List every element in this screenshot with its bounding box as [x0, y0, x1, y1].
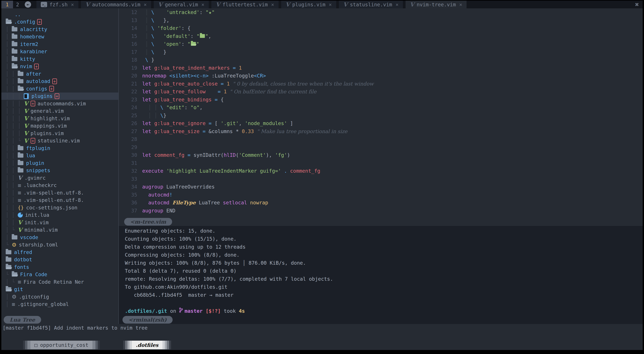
tree-row[interactable]: .. [1, 11, 118, 18]
gutter-line-number: 30 [119, 151, 142, 159]
tab-close-icon[interactable]: × [459, 2, 462, 7]
tree-row[interactable]: │ │ init.lua [1, 211, 118, 219]
tree-row[interactable]: │ │ ≡.vim-spell-en.utf-8. [1, 197, 118, 204]
terminal-line: cb68b54..f1bd4f5 master → master [125, 291, 643, 299]
tree-row[interactable]: │ └ ≡Fira Code Retina Ner [1, 278, 118, 286]
tab-close-icon[interactable]: × [271, 2, 274, 7]
tree-row[interactable]: │ │ plugin [1, 159, 118, 167]
tab-close-icon[interactable]: × [201, 2, 204, 7]
tree-row[interactable]: │ │ │ V+autocommands.vim [1, 100, 118, 107]
tree-row[interactable]: │ │ │ Vhighlight.vim [1, 115, 118, 122]
code-text: let g:lua_tree_follow = 1 " On bufEnter … [142, 88, 316, 96]
tree-row[interactable]: │ │ {}coc-settings.json [1, 204, 118, 211]
tree-row[interactable]: │ │ after [1, 70, 118, 78]
tree-row[interactable]: .config+ [1, 18, 118, 26]
terminal-line: Total 8 (delta 7), reused 0 (delta 0) [125, 267, 643, 275]
folder-icon [18, 72, 24, 76]
file-tree[interactable]: ...config+│ alacritty│ homebrew│ iterm2│… [1, 8, 118, 316]
tab-nvim-tree.vim[interactable]: Vnvim-tree.vim× [406, 1, 466, 8]
tree-row[interactable]: │ │ │ Vmappings.vim [1, 122, 118, 130]
gutter-line-number: 25 [119, 111, 142, 120]
tree-row[interactable]: │ alacritty [1, 25, 118, 33]
tree-guides: │ │ [6, 160, 18, 166]
tree-item-label: .gitignore_global [18, 301, 69, 307]
tab-fzf.sh[interactable]: >_fzf.sh× [36, 1, 78, 8]
tree-row[interactable]: │ │ Vinit.vim [1, 219, 118, 226]
tab-fluttertest.vim[interactable]: Vfluttertest.vim× [212, 1, 278, 8]
tree-row[interactable]: │ ≡.gitignore_global [1, 301, 118, 308]
tree-row[interactable]: git [1, 286, 118, 293]
terminal-icon: >_ [41, 2, 47, 7]
tab-plugins.vim[interactable]: Vplugins.vim× [281, 1, 336, 8]
folder-icon [18, 146, 24, 150]
code-text: │ \ } [142, 48, 166, 56]
tab-autocommands.vim[interactable]: Vautocommands.vim× [81, 1, 151, 8]
tree-row[interactable]: │ iterm2 [1, 40, 118, 48]
tree-guides: └ [6, 272, 12, 277]
gutter-line-number: 13 [119, 16, 142, 24]
tree-row[interactable]: │ │ ≡.vim-spell-en.utf-8. [1, 189, 118, 197]
folder-open-icon [6, 265, 11, 269]
tab-close-icon[interactable]: × [396, 2, 398, 7]
tree-row[interactable]: │ │ autoload+ [1, 78, 118, 85]
back-arrow-icon[interactable]: ← [25, 1, 31, 8]
tab-close-icon[interactable]: × [71, 2, 74, 7]
tree-row[interactable]: fonts [1, 263, 118, 271]
code-line: 26let g:lua_tree_ignore = [ '.git', 'nod… [119, 119, 643, 127]
tree-row[interactable]: │ │ │ Vplugins.vim [1, 130, 118, 137]
tree-item-label: highlight.vim [30, 116, 70, 121]
tree-row[interactable]: │ │ ftplugin [1, 144, 118, 152]
close-all-icon[interactable]: ✖ [635, 1, 639, 8]
tmux-window-label: opportunity_cost [40, 342, 88, 348]
tree-row[interactable]: │ └ Vminimal.vim [1, 226, 118, 234]
page-indicator-2[interactable]: 2 [13, 1, 22, 8]
page-indicator-1[interactable]: 1 [1, 1, 13, 8]
tree-row[interactable]: │ │ │ Vgeneral.vim [1, 107, 118, 115]
code-line: 37augroup END [119, 207, 643, 215]
terminal-pane[interactable]: Enumerating objects: 15, done.Counting o… [119, 226, 643, 316]
tree-guides: │ │ [6, 190, 18, 196]
tree-row[interactable]: │ kitty [1, 55, 118, 63]
tree-row[interactable]: dotbot [1, 256, 118, 264]
window-icon: □ [34, 342, 38, 348]
tree-row[interactable]: alfred [1, 249, 118, 256]
folder-icon [18, 79, 24, 83]
tab-close-icon[interactable]: × [329, 2, 332, 7]
tree-guides: │ │ │ [6, 101, 24, 106]
code-text: │ │ \ "edit": "o", [142, 103, 202, 111]
tree-row[interactable]: │ │ ≡.luacheckrc [1, 182, 118, 189]
gutter-line-number: 18 [119, 56, 142, 64]
tree-row[interactable]: │ │ configs+ [1, 85, 118, 92]
tree-row[interactable]: │ │ V.gvimrc [1, 174, 118, 182]
tree-row[interactable]: │ │ snippets [1, 167, 118, 174]
vim-icon: V [158, 1, 162, 8]
tab-statusline.vim[interactable]: Vstatusline.vim× [339, 1, 403, 8]
pill-fade [23, 341, 30, 349]
tree-row[interactable]: │ │ lua [1, 152, 118, 159]
code-line: 20nnoremap <silent><c-n> :LuaTreeToggle<… [119, 72, 643, 80]
tab-general.vim[interactable]: Vgeneral.vim× [154, 1, 209, 8]
editor-pane[interactable]: 12 │ \ 'untracked': "★"13 │ \ },14 │ \ '… [119, 8, 643, 218]
tree-row[interactable]: │ │ └ V+statusline.vim [1, 137, 118, 145]
git-plus-badge-icon: + [34, 64, 39, 69]
code-text: let g:lua_tree_auto_close = 1 " 0 by def… [142, 80, 374, 88]
tree-row[interactable]: │ vscode [1, 234, 118, 241]
tree-item-label: starship.toml [19, 242, 58, 248]
tree-guides: │ │ └ [6, 138, 24, 144]
tab-close-icon[interactable]: × [144, 2, 147, 7]
tree-item-label: configs [26, 86, 47, 92]
tree-row[interactable]: │ │ │ plugins+ [1, 92, 118, 100]
tmux-window-opportunity_cost[interactable]: □opportunity_cost [23, 341, 100, 349]
tmux-window-.dotfiles[interactable]: .dotfiles [123, 341, 171, 349]
folder-icon [6, 258, 11, 262]
tree-row[interactable]: └ ⚙starship.toml [1, 241, 118, 249]
pill-fade [162, 341, 171, 349]
tree-item-label: alfred [14, 249, 32, 255]
tree-row[interactable]: │ nvim+ [1, 63, 118, 70]
tree-row[interactable]: │ ⚙.gitconfig [1, 293, 118, 301]
tree-row[interactable]: └ Fira Code [1, 271, 118, 278]
tree-row[interactable]: │ karabiner [1, 48, 118, 55]
tree-row[interactable]: │ homebrew [1, 33, 118, 40]
tab-label: fluttertest.vim [222, 2, 268, 7]
tree-guides: │ │ [6, 145, 18, 151]
